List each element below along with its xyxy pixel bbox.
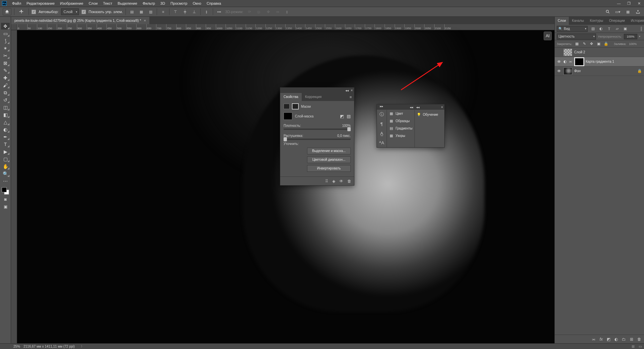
workspace-switcher[interactable]: ▭▾ xyxy=(614,8,621,15)
fill-field[interactable]: 100% xyxy=(629,42,637,46)
filter-toggle[interactable] xyxy=(641,27,642,31)
arrange-docs-icon[interactable]: ▦ xyxy=(625,8,631,15)
menu-help[interactable]: Справка xyxy=(204,0,224,7)
add-adjustment-button[interactable]: ◐ xyxy=(614,337,618,342)
window-close[interactable]: ✕ xyxy=(634,0,644,7)
pixel-mask-mode[interactable] xyxy=(284,104,290,109)
notifications-icon[interactable]: ▭ xyxy=(639,344,642,349)
visibility-toggle[interactable]: 👁 xyxy=(557,59,561,64)
character-panel-icon[interactable]: A̲ xyxy=(377,129,387,138)
filter-type-icon[interactable]: T xyxy=(606,26,612,32)
dodge-tool[interactable]: ◐ xyxy=(1,126,10,133)
menu-select[interactable]: Выделение xyxy=(115,0,140,7)
new-group-button[interactable]: 🗀 xyxy=(622,337,626,342)
layer-mask-thumbnail[interactable] xyxy=(575,58,584,65)
link-layers-button[interactable]: ⫘ xyxy=(592,337,596,342)
tab-history[interactable]: История xyxy=(628,17,644,25)
foreground-color-swatch[interactable] xyxy=(2,187,7,192)
menu-edit[interactable]: Редактирование xyxy=(24,0,57,7)
visibility-toggle[interactable] xyxy=(557,50,561,55)
paragraph-panel-icon[interactable]: ¶ xyxy=(377,119,387,129)
disable-mask-icon[interactable]: 👁 xyxy=(339,179,343,184)
tab-channels[interactable]: Каналы xyxy=(569,17,587,25)
timeline-icon[interactable]: ⊞ xyxy=(632,344,635,349)
align-right-icon[interactable]: ▥ xyxy=(147,8,154,15)
type-tool[interactable]: T xyxy=(1,141,10,148)
search-button[interactable] xyxy=(604,8,611,15)
menu-image[interactable]: Изображение xyxy=(57,0,86,7)
blur-tool[interactable]: △ xyxy=(1,119,10,126)
menu-3d[interactable]: 3D xyxy=(158,0,168,7)
path-select-tool[interactable]: ▶ xyxy=(1,148,10,155)
feather-slider[interactable] xyxy=(284,139,351,140)
apply-mask-icon[interactable]: ◈ xyxy=(332,179,335,184)
filter-pixel-icon[interactable]: ▧ xyxy=(590,26,596,32)
tab-properties[interactable]: Свойства xyxy=(280,93,302,101)
align-bottom-icon[interactable]: ⊥ xyxy=(191,8,198,15)
panel-menu-button[interactable]: ≡ xyxy=(347,95,354,99)
doc-info-menu[interactable]: 〉 xyxy=(81,344,84,349)
filter-smart-icon[interactable]: ▣ xyxy=(623,26,628,32)
density-slider[interactable] xyxy=(284,129,351,130)
show-transform-checkbox[interactable]: ✓ xyxy=(82,10,86,14)
lock-artboard-icon[interactable]: ▣ xyxy=(596,42,601,46)
invert-button[interactable]: Инвертировать xyxy=(307,165,351,172)
ruler-origin[interactable] xyxy=(11,24,17,30)
add-mask-button[interactable]: ◩ xyxy=(607,337,610,342)
filter-shape-icon[interactable]: ▱ xyxy=(614,26,620,32)
align-center-h-icon[interactable]: ▦ xyxy=(138,8,145,15)
clone-stamp-tool[interactable]: ⧉ xyxy=(1,89,10,96)
menu-text[interactable]: Текст xyxy=(100,0,115,7)
edit-toolbar[interactable]: ⋯ xyxy=(1,178,10,185)
layer-row[interactable]: 👁 ◐ ⫘ Карта градиента 1 xyxy=(555,57,644,66)
menu-layers[interactable]: Слои xyxy=(86,0,100,7)
glyphs-panel-icon[interactable]: ᴬA xyxy=(377,138,387,147)
tab-actions[interactable]: Операции xyxy=(606,17,628,25)
crop-tool[interactable]: ✂ xyxy=(1,52,10,59)
mask-link-icon[interactable]: ⫘ xyxy=(569,60,573,63)
distribute-v-icon[interactable]: ⫿ xyxy=(203,8,210,15)
color-swatches[interactable] xyxy=(2,187,9,195)
document-canvas[interactable]: AI xyxy=(17,30,554,343)
brush-tool[interactable]: 🖌 xyxy=(1,82,10,89)
lock-icon[interactable]: 🔒 xyxy=(637,69,642,73)
layer-thumbnail[interactable] xyxy=(563,67,572,75)
layer-fx-button[interactable]: fx xyxy=(600,337,603,342)
panel-color[interactable]: ▦Цвет xyxy=(387,110,414,117)
info-panel-icon[interactable]: ⓘ xyxy=(377,110,387,119)
window-minimize[interactable]: — xyxy=(614,0,624,7)
frame-tool[interactable]: ⊠ xyxy=(1,60,10,66)
hand-tool[interactable]: ✋ xyxy=(1,163,10,170)
auto-select-checkbox[interactable]: ✓ xyxy=(32,10,36,14)
tab-adjustments[interactable]: Коррекция xyxy=(302,93,325,101)
panel-collapse-icon[interactable]: ◂◂ xyxy=(416,105,419,109)
eyedropper-tool[interactable]: ✎ xyxy=(1,67,10,74)
panel-close-icon[interactable]: × xyxy=(441,105,443,109)
horizontal-ruler[interactable]: 0501001502002503003504004505005506006507… xyxy=(17,24,554,30)
new-layer-button[interactable]: ⊞ xyxy=(630,337,633,342)
marquee-tool[interactable]: ▭ xyxy=(1,30,10,37)
menu-window[interactable]: Окно xyxy=(190,0,204,7)
delete-layer-button[interactable]: 🗑 xyxy=(637,337,641,342)
load-selection-icon[interactable]: ⠿ xyxy=(325,179,328,184)
menu-file[interactable]: Файл xyxy=(9,0,24,7)
window-maximize[interactable]: ❐ xyxy=(624,0,634,7)
layer-thumbnail[interactable] xyxy=(563,49,572,56)
blend-mode-dropdown[interactable]: Цветность xyxy=(557,34,596,40)
panel-close-icon[interactable]: × xyxy=(351,89,353,92)
delete-mask-icon[interactable]: 🗑 xyxy=(347,179,351,184)
share-button[interactable] xyxy=(635,8,641,15)
color-range-button[interactable]: Цветовой диапазон... xyxy=(307,156,351,163)
panel-collapse-icon[interactable]: ◂◂ xyxy=(345,89,349,92)
align-top-icon[interactable]: ⊤ xyxy=(172,8,179,15)
tab-paths[interactable]: Контуры xyxy=(587,17,606,25)
home-button[interactable] xyxy=(3,8,11,15)
screen-mode-toggle[interactable]: ▣ xyxy=(2,204,9,209)
panel-patterns[interactable]: ▦Узоры xyxy=(387,132,414,139)
panel-learn[interactable]: 💡Обучение xyxy=(415,110,444,119)
lock-position-icon[interactable]: ✥ xyxy=(589,42,594,46)
distribute-icon[interactable]: ≡ xyxy=(160,8,166,15)
shape-tool[interactable]: ▢ xyxy=(1,156,10,162)
ai-chip[interactable]: AI xyxy=(544,32,552,40)
document-info[interactable]: 2116,67 мм x 1411,11 мм (72 ppi) xyxy=(23,345,75,348)
